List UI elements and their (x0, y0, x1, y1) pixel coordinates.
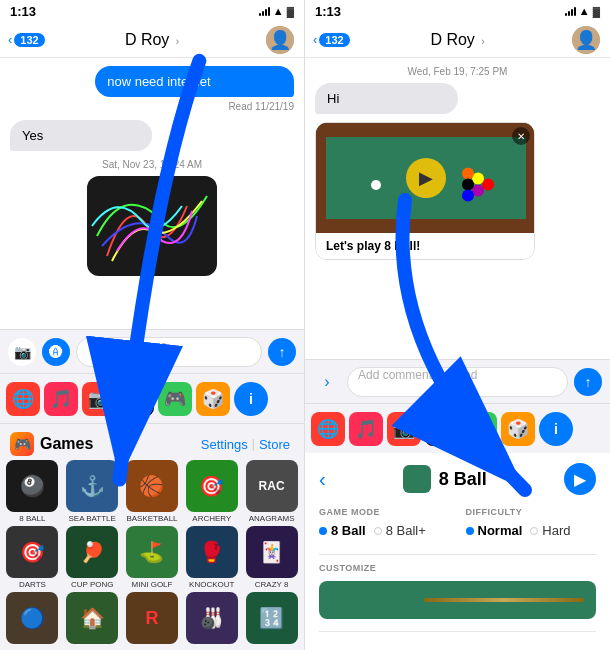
right-contact-name[interactable]: D Roy › (430, 31, 484, 49)
game-thumb-r3-1: 🔵 (6, 592, 58, 644)
game-mode-options: 8 Ball 8 Ball+ (319, 523, 450, 538)
right-contact-chevron: › (481, 36, 484, 47)
game-thumb-basketball: 🏀 (126, 460, 178, 512)
tray-camera-icon[interactable]: 📷 (82, 382, 116, 416)
right-signal-icon (565, 6, 576, 16)
game-cell-r3-5[interactable]: 🔢 (243, 592, 300, 646)
svg-point-6 (462, 190, 474, 202)
game-cell-minigolf[interactable]: ⛳ MINI GOLF (124, 526, 181, 589)
left-badge: 132 (14, 33, 44, 47)
game-thumb-8ball: 🎱 (6, 460, 58, 512)
right-badge: 132 (319, 33, 349, 47)
game-cell-darts[interactable]: 🎯 DARTS (4, 526, 61, 589)
right-status-bar: 1:13 ▲ ▓ (305, 0, 610, 22)
games-title: Games (40, 435, 93, 453)
game-grid: 🎱 8 BALL ⚓ SEA BATTLE 🏀 BASKETBALL 🎯 (0, 460, 304, 650)
billiard-card[interactable]: ✕ ▶ Let's play 8 Ball! (315, 122, 535, 260)
game-cell-basketball[interactable]: 🏀 BASKETBALL (124, 460, 181, 523)
eight-ball-play-button[interactable]: ▶ (564, 463, 596, 495)
tray-globe-icon[interactable]: 🌐 (6, 382, 40, 416)
left-message-area: now need internet Read 11/21/19 Yes Sat,… (0, 58, 304, 329)
right-tray-game2[interactable]: 🎲 (501, 412, 535, 446)
signal-icon (259, 6, 270, 16)
customize-divider (319, 631, 596, 632)
left-contact-chevron: › (176, 36, 179, 47)
difficulty-hard[interactable]: Hard (530, 523, 570, 538)
billiard-rail-left (316, 123, 326, 233)
game-cell-r3-3[interactable]: R (124, 592, 181, 646)
difficulty-group: DIFFICULTY Normal Hard (466, 507, 597, 538)
game-cell-r3-4[interactable]: 🎳 (183, 592, 240, 646)
right-date-separator: Wed, Feb 19, 7:25 PM (315, 66, 600, 77)
right-expand-button[interactable]: › (313, 368, 341, 396)
left-back-button[interactable]: ‹ 132 (8, 32, 45, 47)
right-tray-info[interactable]: i (539, 412, 573, 446)
left-message-input[interactable]: Text Message (76, 337, 262, 367)
right-send-button[interactable]: ↑ (574, 368, 602, 396)
games-settings-link[interactable]: Settings (197, 437, 252, 452)
game-mode-8ballplus-label: 8 Ball+ (386, 523, 426, 538)
outgoing-message-1: now need internet (95, 66, 294, 97)
tray-panda-icon[interactable]: 🐼 (120, 382, 154, 416)
game-cell-8ball[interactable]: 🎱 8 BALL (4, 460, 61, 523)
svg-point-5 (462, 179, 474, 191)
game-thumb-r3-5: 🔢 (246, 592, 298, 644)
game-cell-seabattle[interactable]: ⚓ SEA BATTLE (64, 460, 121, 523)
tray-game1-icon[interactable]: 🎮 (158, 382, 192, 416)
tray-game2-icon[interactable]: 🎲 (196, 382, 230, 416)
right-tray-music[interactable]: 🎵 (349, 412, 383, 446)
billiard-close-button[interactable]: ✕ (512, 127, 530, 145)
tray-music-icon[interactable]: 🎵 (44, 382, 78, 416)
input-placeholder: Text Message (87, 338, 167, 353)
games-header: 🎮 Games Settings | Store (0, 424, 304, 460)
right-message-area: Wed, Feb 19, 7:25 PM Hi ✕ (305, 58, 610, 359)
game-thumb-darts: 🎯 (6, 526, 58, 578)
game-cell-cuppong[interactable]: 🏓 CUP PONG (64, 526, 121, 589)
game-label-crazy8: CRAZY 8 (255, 580, 289, 589)
right-back-button[interactable]: ‹ 132 (313, 32, 350, 47)
game-cell-anagrams[interactable]: RAC ANAGRAMS (243, 460, 300, 523)
settings-divider (319, 554, 596, 555)
game-cell-knockout[interactable]: 🥊 KNOCKOUT (183, 526, 240, 589)
right-tray-camera[interactable]: 📷 (387, 412, 421, 446)
right-comment-input[interactable]: Add comment or Send (347, 367, 568, 397)
left-avatar[interactable] (266, 26, 294, 54)
billiard-rail-bottom (316, 219, 535, 233)
game-label-8ball: 8 BALL (19, 514, 45, 523)
eight-ball-back-button[interactable]: ‹ (319, 468, 326, 491)
game-cell-crazy8[interactable]: 🃏 CRAZY 8 (243, 526, 300, 589)
game-label-minigolf: MINI GOLF (132, 580, 173, 589)
game-cell-archery[interactable]: 🎯 ARCHERY (183, 460, 240, 523)
difficulty-normal-label: Normal (478, 523, 523, 538)
billiard-play-button[interactable]: ▶ (406, 158, 446, 198)
right-status-icons: ▲ ▓ (565, 5, 600, 17)
right-tray-game1[interactable]: 🎮 (463, 412, 497, 446)
read-receipt: Read 11/21/19 (10, 101, 294, 112)
difficulty-normal[interactable]: Normal (466, 523, 523, 538)
game-label-basketball: BASKETBALL (126, 514, 177, 523)
left-contact-name[interactable]: D Roy › (125, 31, 179, 49)
billiard-table: ▶ (316, 123, 535, 233)
right-tray-panda[interactable]: 🐼 (425, 412, 459, 446)
game-thumb-crazy8: 🃏 (246, 526, 298, 578)
billiard-rail-top (316, 123, 535, 137)
right-avatar[interactable] (572, 26, 600, 54)
camera-button[interactable]: 📷 (8, 338, 36, 366)
game-thumb-anagrams: RAC (246, 460, 298, 512)
customize-bar[interactable] (319, 581, 596, 619)
game-mode-8ball[interactable]: 8 Ball (319, 523, 366, 538)
right-input-placeholder: Add comment or Send (358, 368, 477, 382)
game-cell-r3-2[interactable]: 🏠 (64, 592, 121, 646)
games-store-link[interactable]: Store (255, 437, 294, 452)
game-cell-r3-1[interactable]: 🔵 (4, 592, 61, 646)
tray-info-icon[interactable]: i (234, 382, 268, 416)
game-mode-8ballplus[interactable]: 8 Ball+ (374, 523, 426, 538)
game-label-darts: DARTS (19, 580, 46, 589)
left-send-button[interactable]: ↑ (268, 338, 296, 366)
game-mode-8ball-label: 8 Ball (331, 523, 366, 538)
right-back-chevron: ‹ (313, 32, 317, 47)
right-tray-globe[interactable]: 🌐 (311, 412, 345, 446)
app-store-button[interactable]: 🅐 (42, 338, 70, 366)
left-back-chevron: ‹ (8, 32, 12, 47)
games-section: 🎮 Games Settings | Store 🎱 8 BALL ⚓ (0, 423, 304, 650)
